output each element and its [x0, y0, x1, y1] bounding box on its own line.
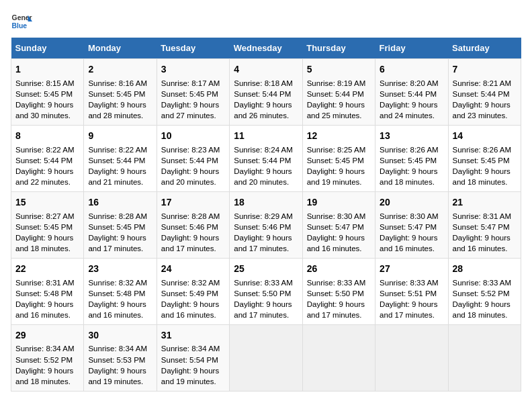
- sunrise-text: Sunrise: 8:33 AM: [453, 279, 512, 287]
- sunset-text: Sunset: 5:50 PM: [234, 289, 291, 298]
- sunrise-text: Sunrise: 8:20 AM: [380, 79, 439, 87]
- sunrise-text: Sunrise: 8:17 AM: [161, 79, 220, 87]
- daylight-text: Daylight: 9 hours and 21 minutes.: [88, 167, 146, 186]
- calendar-cell: 19Sunrise: 8:30 AMSunset: 5:47 PMDayligh…: [302, 191, 375, 258]
- calendar-table: SundayMondayTuesdayWednesdayThursdayFrid…: [11, 38, 521, 392]
- sunset-text: Sunset: 5:48 PM: [15, 289, 73, 298]
- sunset-text: Sunset: 5:45 PM: [15, 223, 73, 231]
- daylight-text: Daylight: 9 hours and 18 minutes.: [453, 167, 511, 186]
- sunrise-text: Sunrise: 8:19 AM: [307, 79, 366, 87]
- sunset-text: Sunset: 5:44 PM: [15, 156, 73, 165]
- daylight-text: Daylight: 9 hours and 17 minutes.: [88, 234, 146, 253]
- calendar-cell: 26Sunrise: 8:33 AMSunset: 5:50 PMDayligh…: [302, 258, 375, 324]
- sunrise-text: Sunrise: 8:22 AM: [88, 146, 147, 154]
- calendar-cell: 6Sunrise: 8:20 AMSunset: 5:44 PMDaylight…: [375, 59, 448, 126]
- daylight-text: Daylight: 9 hours and 20 minutes.: [234, 167, 292, 186]
- sunrise-text: Sunrise: 8:26 AM: [453, 146, 512, 154]
- sunrise-text: Sunrise: 8:32 AM: [88, 279, 147, 287]
- sunset-text: Sunset: 5:44 PM: [380, 90, 437, 98]
- logo-icon: General Blue: [11, 11, 32, 32]
- sunrise-text: Sunrise: 8:29 AM: [234, 212, 293, 220]
- daylight-text: Daylight: 9 hours and 27 minutes.: [161, 101, 219, 120]
- calendar-cell: 14Sunrise: 8:26 AMSunset: 5:45 PMDayligh…: [448, 125, 521, 191]
- sunrise-text: Sunrise: 8:34 AM: [15, 345, 75, 353]
- day-number: 4: [234, 63, 298, 77]
- header-day-saturday: Saturday: [448, 38, 521, 59]
- sunset-text: Sunset: 5:47 PM: [307, 223, 364, 231]
- sunset-text: Sunset: 5:45 PM: [161, 90, 218, 98]
- calendar-cell: 23Sunrise: 8:32 AMSunset: 5:48 PMDayligh…: [84, 258, 157, 324]
- sunrise-text: Sunrise: 8:21 AM: [453, 79, 512, 87]
- sunset-text: Sunset: 5:45 PM: [88, 223, 145, 231]
- calendar-cell: 4Sunrise: 8:18 AMSunset: 5:44 PMDaylight…: [230, 59, 302, 126]
- daylight-text: Daylight: 9 hours and 17 minutes.: [380, 300, 437, 319]
- daylight-text: Daylight: 9 hours and 23 minutes.: [453, 101, 511, 120]
- daylight-text: Daylight: 9 hours and 18 minutes.: [453, 300, 511, 319]
- daylight-text: Daylight: 9 hours and 18 minutes.: [15, 234, 73, 253]
- sunrise-text: Sunrise: 8:26 AM: [380, 146, 439, 154]
- sunrise-text: Sunrise: 8:28 AM: [88, 212, 147, 220]
- sunset-text: Sunset: 5:54 PM: [161, 356, 218, 364]
- calendar-cell: 3Sunrise: 8:17 AMSunset: 5:45 PMDaylight…: [157, 59, 229, 126]
- day-number: 30: [88, 329, 152, 342]
- sunset-text: Sunset: 5:48 PM: [88, 289, 145, 298]
- day-number: 27: [380, 263, 443, 276]
- calendar-week-4: 22Sunrise: 8:31 AMSunset: 5:48 PMDayligh…: [11, 258, 521, 324]
- sunrise-text: Sunrise: 8:16 AM: [88, 79, 147, 87]
- sunset-text: Sunset: 5:52 PM: [15, 356, 73, 364]
- calendar-cell: 16Sunrise: 8:28 AMSunset: 5:45 PMDayligh…: [84, 191, 157, 258]
- daylight-text: Daylight: 9 hours and 17 minutes.: [161, 234, 219, 253]
- daylight-text: Daylight: 9 hours and 24 minutes.: [380, 101, 437, 120]
- daylight-text: Daylight: 9 hours and 18 minutes.: [15, 367, 73, 385]
- daylight-text: Daylight: 9 hours and 16 minutes.: [161, 300, 219, 319]
- day-number: 1: [15, 63, 79, 77]
- day-number: 18: [234, 196, 298, 210]
- daylight-text: Daylight: 9 hours and 16 minutes.: [15, 300, 73, 319]
- sunset-text: Sunset: 5:44 PM: [161, 156, 218, 165]
- header: General Blue: [11, 11, 521, 32]
- daylight-text: Daylight: 9 hours and 18 minutes.: [380, 167, 437, 186]
- calendar-week-5: 29Sunrise: 8:34 AMSunset: 5:52 PMDayligh…: [11, 324, 521, 391]
- sunset-text: Sunset: 5:47 PM: [380, 223, 437, 231]
- sunset-text: Sunset: 5:44 PM: [88, 156, 145, 165]
- calendar-week-1: 1Sunrise: 8:15 AMSunset: 5:45 PMDaylight…: [11, 59, 521, 126]
- day-number: 22: [15, 263, 79, 276]
- sunrise-text: Sunrise: 8:34 AM: [88, 345, 147, 353]
- header-day-sunday: Sunday: [11, 38, 84, 59]
- logo: General Blue: [11, 11, 32, 32]
- daylight-text: Daylight: 9 hours and 26 minutes.: [234, 101, 292, 120]
- sunrise-text: Sunrise: 8:25 AM: [307, 146, 366, 154]
- sunrise-text: Sunrise: 8:30 AM: [380, 212, 439, 220]
- calendar-cell: [375, 324, 448, 391]
- sunset-text: Sunset: 5:44 PM: [234, 90, 291, 98]
- sunset-text: Sunset: 5:49 PM: [161, 289, 218, 298]
- day-number: 5: [307, 63, 371, 77]
- day-number: 13: [380, 130, 443, 143]
- daylight-text: Daylight: 9 hours and 30 minutes.: [15, 101, 73, 120]
- day-number: 3: [161, 63, 225, 77]
- sunset-text: Sunset: 5:45 PM: [453, 156, 510, 165]
- header-day-thursday: Thursday: [302, 38, 375, 59]
- daylight-text: Daylight: 9 hours and 17 minutes.: [234, 234, 292, 253]
- calendar-cell: 28Sunrise: 8:33 AMSunset: 5:52 PMDayligh…: [448, 258, 521, 324]
- calendar-week-2: 8Sunrise: 8:22 AMSunset: 5:44 PMDaylight…: [11, 125, 521, 191]
- day-number: 19: [307, 196, 371, 210]
- sunrise-text: Sunrise: 8:15 AM: [15, 79, 75, 87]
- sunset-text: Sunset: 5:52 PM: [453, 289, 510, 298]
- calendar-cell: 22Sunrise: 8:31 AMSunset: 5:48 PMDayligh…: [11, 258, 84, 324]
- calendar-cell: 25Sunrise: 8:33 AMSunset: 5:50 PMDayligh…: [230, 258, 302, 324]
- sunrise-text: Sunrise: 8:28 AM: [161, 212, 220, 220]
- sunset-text: Sunset: 5:44 PM: [307, 90, 364, 98]
- calendar-cell: [302, 324, 375, 391]
- header-row: SundayMondayTuesdayWednesdayThursdayFrid…: [11, 38, 521, 59]
- day-number: 12: [307, 130, 371, 143]
- calendar-cell: 2Sunrise: 8:16 AMSunset: 5:45 PMDaylight…: [84, 59, 157, 126]
- calendar-cell: 7Sunrise: 8:21 AMSunset: 5:44 PMDaylight…: [448, 59, 521, 126]
- sunset-text: Sunset: 5:45 PM: [15, 90, 73, 98]
- sunrise-text: Sunrise: 8:27 AM: [15, 212, 75, 220]
- day-number: 17: [161, 196, 225, 210]
- daylight-text: Daylight: 9 hours and 20 minutes.: [161, 167, 219, 186]
- calendar-cell: 1Sunrise: 8:15 AMSunset: 5:45 PMDaylight…: [11, 59, 84, 126]
- calendar-cell: 5Sunrise: 8:19 AMSunset: 5:44 PMDaylight…: [302, 59, 375, 126]
- sunset-text: Sunset: 5:45 PM: [307, 156, 364, 165]
